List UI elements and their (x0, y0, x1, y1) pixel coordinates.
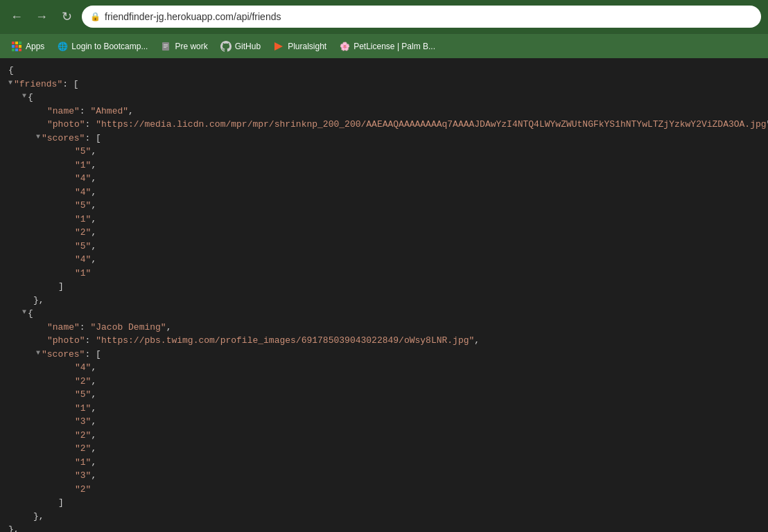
globe-icon: 🌐 (57, 41, 68, 52)
browser-chrome: ← → ↻ 🔒 friendfinder-jg.herokuapp.com/ap… (0, 0, 768, 58)
json-line-jacob-photo: "photo": "https://pbs.twimg.com/profile_… (8, 334, 760, 348)
json-line-ahmed-name: "name": "Ahmed", (8, 105, 760, 118)
bookmark-prework-label: Pre work (175, 42, 207, 51)
forward-button[interactable]: → (32, 7, 51, 26)
json-score-ahmed-7: "2", (8, 226, 760, 240)
json-score-jacob-5: "3", (8, 415, 760, 429)
apps-icon (11, 41, 22, 52)
bookmark-pluralsight[interactable]: Pluralsight (268, 39, 332, 54)
reload-icon: ↻ (62, 9, 72, 24)
json-line-jacob-scores-close: ] (8, 496, 760, 510)
nav-bar: ← → ↻ 🔒 friendfinder-jg.herokuapp.com/ap… (0, 0, 768, 33)
bookmark-bootcamp-label: Login to Bootcamp... (71, 42, 148, 51)
svg-marker-4 (274, 42, 283, 51)
bookmark-pluralsight-label: Pluralsight (288, 42, 326, 51)
json-score-jacob-9: "3", (8, 469, 760, 483)
bookmark-petlicense-label: PetLicense | Palm B... (354, 42, 435, 51)
json-line-ahmed-close: }, (8, 294, 760, 308)
json-line-jacob-close: }, (8, 510, 760, 524)
back-arrow-icon: ← (10, 10, 23, 24)
toggle-ahmed-arrow[interactable]: ▼ (22, 91, 26, 101)
json-score-jacob-7: "2", (8, 442, 760, 456)
json-score-ahmed-2: "1", (8, 159, 760, 172)
bookmark-bootcamp[interactable]: 🌐 Login to Bootcamp... (51, 39, 153, 54)
petlicense-icon: 🌸 (339, 41, 350, 52)
json-score-jacob-10: "2" (8, 483, 760, 497)
json-line-jacob-open: ▼ { (8, 307, 760, 321)
toggle-friends-arrow[interactable]: ▼ (8, 78, 12, 88)
json-score-ahmed-6: "1", (8, 213, 760, 227)
svg-rect-2 (164, 46, 168, 46)
bookmarks-bar: Apps 🌐 Login to Bootcamp... Pre work (0, 33, 768, 58)
toggle-jacob-scores-arrow[interactable]: ▼ (36, 348, 40, 358)
json-line-jacob-name: "name": "Jacob Deming", (8, 321, 760, 335)
json-content-area[interactable]: { ▼ "friends": [ ▼ { "name": "Ahmed", "p… (0, 58, 768, 532)
json-score-jacob-8: "1", (8, 456, 760, 470)
pluralsight-icon (273, 41, 284, 52)
github-icon (220, 41, 232, 52)
json-score-ahmed-9: "4", (8, 253, 760, 267)
bookmark-github-label: GitHub (235, 42, 261, 51)
bookmark-github[interactable]: GitHub (215, 39, 266, 54)
document-icon (160, 41, 171, 52)
json-score-ahmed-1: "5", (8, 145, 760, 159)
toggle-jacob-arrow[interactable]: ▼ (22, 307, 26, 317)
reload-button[interactable]: ↻ (57, 7, 76, 26)
json-score-jacob-3: "5", (8, 388, 760, 402)
json-score-ahmed-4: "4", (8, 186, 760, 200)
bookmark-petlicense[interactable]: 🌸 PetLicense | Palm B... (333, 39, 441, 54)
back-button[interactable]: ← (7, 7, 26, 26)
json-line-open-brace: { (8, 64, 760, 78)
json-line-ahmed-photo: "photo": "https://media.licdn.com/mpr/mp… (8, 118, 760, 132)
json-line-jacob-scores-key: ▼ "scores": [ (8, 348, 760, 362)
bookmark-prework[interactable]: Pre work (155, 39, 213, 54)
toggle-ahmed-scores-arrow[interactable]: ▼ (36, 132, 40, 142)
json-score-ahmed-3: "4", (8, 172, 760, 186)
json-line-ahmed-open: ▼ { (8, 91, 760, 105)
json-score-jacob-1: "4", (8, 361, 760, 375)
json-score-ahmed-5: "5", (8, 199, 760, 213)
json-line-ahmed-scores-key: ▼ "scores": [ (8, 132, 760, 145)
json-score-ahmed-8: "5", (8, 240, 760, 254)
bookmark-apps-label: Apps (26, 42, 44, 51)
svg-rect-1 (164, 44, 168, 45)
json-line-close-bracket: }, (8, 523, 760, 532)
bookmark-apps[interactable]: Apps (6, 39, 50, 54)
json-score-jacob-6: "2", (8, 429, 760, 443)
svg-rect-3 (164, 47, 166, 48)
json-line-ahmed-scores-close: ] (8, 280, 760, 294)
json-score-ahmed-10: "1" (8, 267, 760, 281)
json-score-jacob-2: "2", (8, 375, 760, 389)
json-score-jacob-4: "1", (8, 402, 760, 416)
address-bar[interactable]: 🔒 friendfinder-jg.herokuapp.com/api/frie… (82, 6, 761, 28)
forward-arrow-icon: → (35, 10, 48, 24)
lock-icon: 🔒 (90, 12, 101, 21)
json-line-friends-key: ▼ "friends": [ (8, 78, 760, 91)
url-display: friendfinder-jg.herokuapp.com/api/friend… (105, 11, 281, 22)
